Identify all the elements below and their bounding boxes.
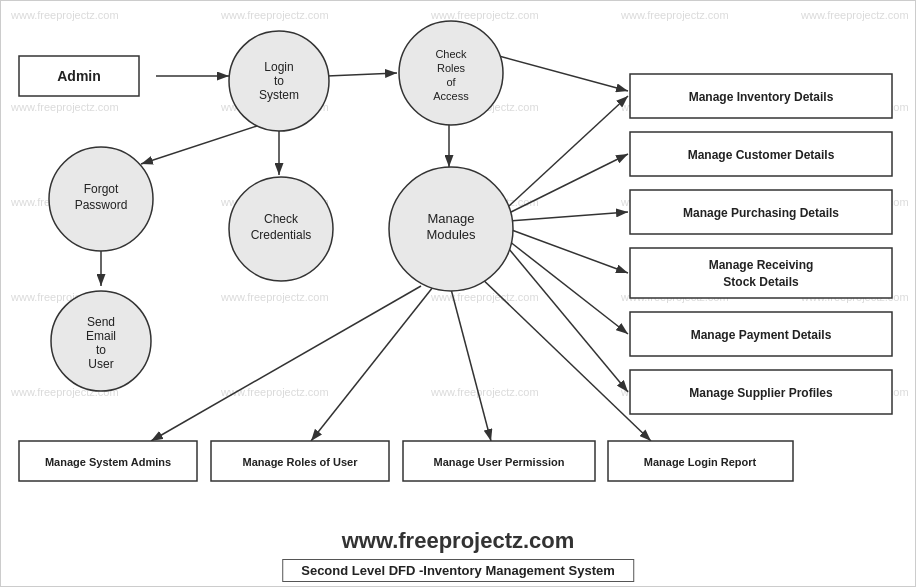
svg-text:Manage Roles of User: Manage Roles of User	[243, 456, 359, 468]
svg-text:to: to	[274, 74, 284, 88]
svg-text:Send: Send	[87, 315, 115, 329]
svg-line-8	[509, 154, 628, 213]
svg-text:of: of	[446, 76, 456, 88]
svg-text:Login: Login	[264, 60, 293, 74]
svg-text:User: User	[88, 357, 113, 371]
svg-text:Manage Customer Details: Manage Customer Details	[688, 148, 835, 162]
svg-text:Stock Details: Stock Details	[723, 275, 799, 289]
svg-text:to: to	[96, 343, 106, 357]
svg-rect-49	[630, 248, 892, 298]
svg-text:Access: Access	[433, 90, 469, 102]
svg-line-9	[509, 212, 628, 221]
svg-line-14	[311, 287, 433, 441]
svg-line-17	[499, 56, 628, 91]
svg-line-13	[151, 286, 421, 441]
svg-text:Credentials: Credentials	[251, 228, 312, 242]
svg-text:Manage Purchasing Details: Manage Purchasing Details	[683, 206, 839, 220]
svg-text:Manage Supplier Profiles: Manage Supplier Profiles	[689, 386, 833, 400]
diagram-container: www.freeprojectz.com www.freeprojectz.co…	[0, 0, 916, 587]
svg-line-2	[327, 73, 397, 76]
svg-line-10	[509, 229, 628, 273]
svg-text:Admin: Admin	[57, 68, 101, 84]
svg-line-16	[476, 273, 651, 441]
svg-text:Check: Check	[264, 212, 299, 226]
svg-text:Manage Payment Details: Manage Payment Details	[691, 328, 832, 342]
svg-text:Password: Password	[75, 198, 128, 212]
svg-text:Check: Check	[435, 48, 467, 60]
svg-text:Manage Receiving: Manage Receiving	[709, 258, 814, 272]
dfd-svg: Admin Login to System Check Roles of Acc…	[1, 1, 916, 587]
svg-text:Forgot: Forgot	[84, 182, 119, 196]
caption: Second Level DFD -Inventory Management S…	[282, 559, 634, 582]
svg-text:System: System	[259, 88, 299, 102]
website-text: www.freeprojectz.com	[1, 528, 915, 554]
svg-line-7	[509, 96, 628, 206]
svg-text:Email: Email	[86, 329, 116, 343]
svg-text:Manage Inventory Details: Manage Inventory Details	[689, 90, 834, 104]
svg-text:Roles: Roles	[437, 62, 466, 74]
svg-text:Modules: Modules	[426, 227, 476, 242]
svg-text:Manage User Permission: Manage User Permission	[434, 456, 565, 468]
svg-line-3	[141, 123, 266, 164]
svg-text:Manage System Admins: Manage System Admins	[45, 456, 171, 468]
svg-line-15	[451, 289, 491, 441]
svg-text:Manage Login  Report: Manage Login Report	[644, 456, 757, 468]
svg-text:Manage: Manage	[428, 211, 475, 226]
